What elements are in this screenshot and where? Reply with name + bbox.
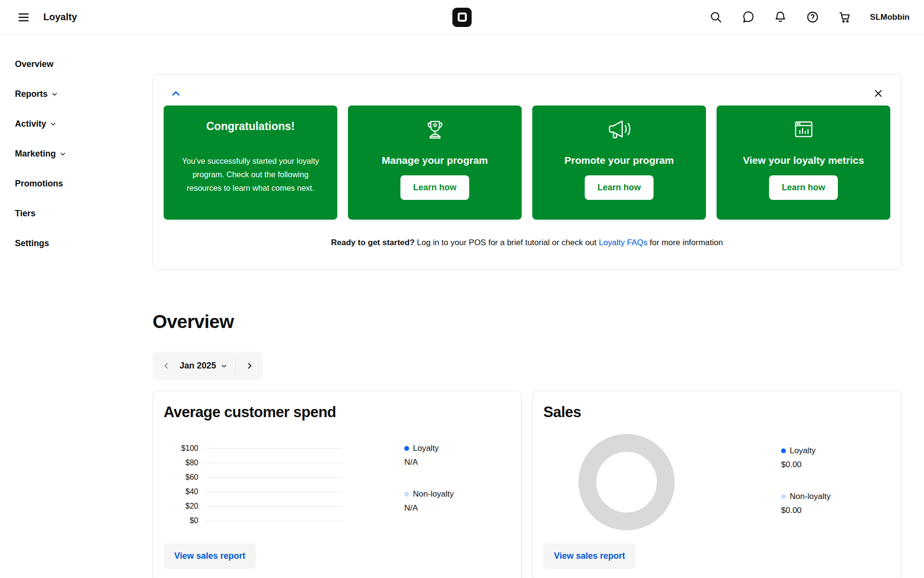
gridline: [206, 477, 343, 478]
metrics-icon: [791, 116, 817, 143]
promote-program-card: Promote your program Learn how: [532, 105, 706, 220]
chevron-right-icon: [245, 361, 254, 370]
legend-label: Loyalty: [413, 444, 439, 453]
topbar: Loyalty SLMo: [0, 0, 924, 35]
manage-program-card: Manage your program Learn how: [348, 105, 522, 220]
legend-value: N/A: [404, 503, 454, 513]
card-title: Manage your program: [382, 155, 488, 166]
sidebar-item-reports[interactable]: Reports: [0, 79, 153, 109]
chevron-up-icon: [170, 88, 182, 100]
non-loyalty-dot-icon: [781, 494, 786, 499]
legend-item-loyalty: Loyalty $0.00: [781, 446, 831, 470]
chevron-left-icon: [162, 361, 171, 370]
sidebar-item-promotions[interactable]: Promotions: [0, 169, 153, 198]
loyalty-metrics-card: View your loyalty metrics Learn how: [717, 105, 890, 220]
footer-bold: Ready to get started?: [331, 238, 415, 247]
chevron-down-icon: [220, 362, 228, 369]
chevron-down-icon: [59, 150, 66, 158]
card-title: View your loyalty metrics: [743, 155, 864, 166]
sidebar-item-overview[interactable]: Overview: [0, 49, 153, 79]
square-logo-inner: [458, 13, 467, 22]
chat-icon: [742, 11, 755, 24]
help-button[interactable]: [804, 8, 821, 26]
cart-button[interactable]: [836, 8, 854, 26]
sidebar-item-label: Reports: [15, 89, 48, 99]
legend-value: $0.00: [781, 506, 831, 515]
gridline: [206, 521, 343, 521]
average-customer-spend-panel: Average customer spend $100 $80 $60 $40 …: [153, 391, 522, 578]
sidebar-item-settings[interactable]: Settings: [0, 228, 153, 258]
month-select[interactable]: Jan 2025: [180, 352, 235, 380]
sales-donut-chart: [578, 434, 675, 530]
app-title: Loyalty: [43, 12, 77, 23]
gridline: [206, 463, 343, 463]
banner-collapse-button[interactable]: [167, 85, 184, 102]
banner-footer: Ready to get started? Log in to your POS…: [164, 238, 890, 248]
prev-month-button[interactable]: [153, 352, 180, 380]
messages-button[interactable]: [739, 8, 757, 26]
help-icon: [806, 11, 819, 24]
footer-text: for more information: [647, 238, 723, 247]
next-month-button[interactable]: [236, 352, 263, 380]
footer-text: Log in to your POS for a brief tutorial …: [415, 238, 599, 247]
y-tick-label: $60: [164, 473, 198, 482]
congratulations-title: Congratulations!: [206, 120, 295, 133]
y-tick-label: $80: [164, 459, 198, 467]
trophy-icon: [422, 116, 448, 143]
loyalty-dot-icon: [781, 448, 786, 453]
chart-legend: Loyalty N/A Non-loyalty N/A: [404, 444, 454, 535]
sidebar-item-marketing[interactable]: Marketing: [0, 139, 153, 169]
date-picker: Jan 2025: [153, 352, 263, 380]
search-icon: [709, 11, 722, 24]
menu-icon: [17, 11, 30, 24]
sidebar-item-label: Promotions: [15, 179, 63, 189]
main-content: Congratulations! You've successfully sta…: [153, 35, 924, 578]
search-button[interactable]: [707, 8, 725, 26]
sidebar-item-label: Marketing: [15, 149, 56, 159]
gridline: [206, 506, 343, 507]
sales-panel: Sales Loyalty $0.00: [532, 391, 901, 578]
page-title: Overview: [153, 311, 901, 332]
month-select-value: Jan 2025: [180, 361, 216, 371]
card-title: Promote your program: [565, 155, 674, 166]
legend-label: Non-loyalty: [790, 492, 831, 501]
panel-title: Sales: [543, 404, 890, 421]
view-sales-report-button[interactable]: View sales report: [543, 543, 636, 569]
sidebar-item-label: Overview: [15, 59, 53, 69]
legend-label: Loyalty: [790, 446, 816, 456]
cart-icon: [838, 11, 851, 24]
sidebar-item-label: Activity: [15, 119, 46, 129]
chart-legend: Loyalty $0.00 Non-loyalty $0.00: [781, 446, 831, 538]
view-sales-report-button[interactable]: View sales report: [164, 543, 256, 569]
notifications-button[interactable]: [771, 8, 789, 26]
y-tick-label: $0: [164, 516, 198, 525]
learn-how-button[interactable]: Learn how: [400, 175, 469, 200]
learn-how-button[interactable]: Learn how: [769, 175, 837, 200]
legend-label: Non-loyalty: [413, 489, 454, 499]
y-tick-label: $100: [164, 444, 198, 453]
average-spend-chart: $100 $80 $60 $40 $20 $0: [164, 441, 343, 535]
banner-close-button[interactable]: [870, 85, 886, 102]
close-icon: [873, 88, 884, 99]
legend-value: $0.00: [781, 460, 831, 470]
panel-title: Average customer spend: [164, 404, 511, 421]
y-tick-label: $20: [164, 502, 198, 511]
onboarding-banner: Congratulations! You've successfully sta…: [153, 74, 901, 270]
legend-item-loyalty: Loyalty N/A: [404, 444, 454, 467]
legend-value: N/A: [404, 458, 454, 467]
menu-button[interactable]: [14, 8, 33, 26]
legend-item-non-loyalty: Non-loyalty N/A: [404, 489, 454, 513]
bell-icon: [774, 11, 787, 24]
congratulations-body: You've successfully started your loyalty…: [164, 154, 337, 195]
chevron-down-icon: [50, 120, 57, 128]
sidebar-item-activity[interactable]: Activity: [0, 109, 153, 139]
sidebar-item-label: Tiers: [15, 209, 36, 219]
legend-item-non-loyalty: Non-loyalty $0.00: [781, 492, 831, 515]
square-logo: [452, 8, 472, 27]
sidebar-item-tiers[interactable]: Tiers: [0, 198, 153, 228]
account-username[interactable]: SLMobbin: [870, 13, 910, 22]
learn-how-button[interactable]: Learn how: [585, 175, 653, 200]
congratulations-card: Congratulations! You've successfully sta…: [164, 105, 337, 220]
loyalty-faqs-link[interactable]: Loyalty FAQs: [599, 238, 647, 247]
non-loyalty-dot-icon: [404, 492, 409, 497]
